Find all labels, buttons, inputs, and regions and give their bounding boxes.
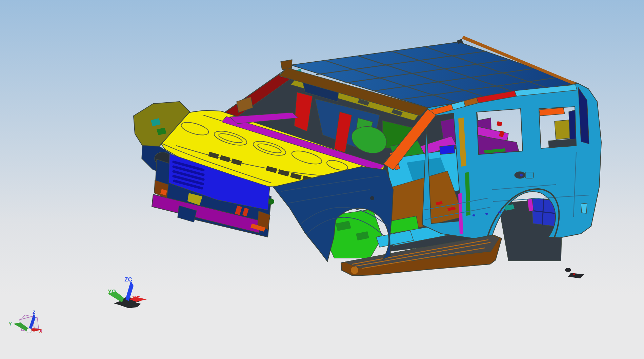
- fender-hole: [370, 196, 374, 200]
- engine-darkgreen-cap[interactable]: [268, 198, 274, 205]
- debris-red-dot: [573, 273, 575, 275]
- door-handle-insert[interactable]: [525, 172, 534, 178]
- csys-y-label: Y: [9, 321, 12, 326]
- cad-viewport[interactable]: ZC YC XC Z Y X: [0, 0, 644, 359]
- quarter-window-olive-bracket[interactable]: [555, 120, 570, 140]
- wcs-z-label: ZC: [124, 276, 132, 283]
- csys-x-label: X: [39, 329, 42, 334]
- floor-blue-crossmember[interactable]: [440, 145, 455, 154]
- quarter-small-tab[interactable]: [581, 203, 587, 213]
- csys-origin-ball[interactable]: [27, 328, 32, 333]
- wcs-x-label: XC: [132, 295, 140, 301]
- door-handle-blue-dot: [520, 174, 523, 176]
- rocker-copper-cap: [351, 267, 358, 274]
- door-handle-recess[interactable]: [515, 172, 534, 178]
- csys-z-label: Z: [33, 310, 35, 315]
- debris-blob[interactable]: [565, 268, 571, 272]
- wcs-y-label: YC: [108, 289, 116, 295]
